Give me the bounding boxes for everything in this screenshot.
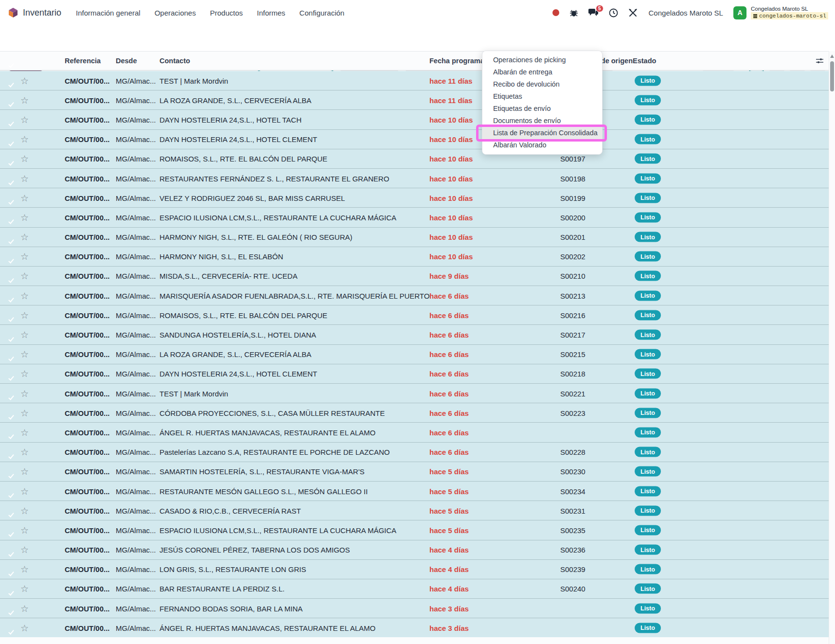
table-row[interactable]: ☆CM/OUT/00...MG/Almac...ROMAISOS, S.L., … <box>0 305 829 325</box>
table-row[interactable]: ☆CM/OUT/00...MG/Almac...FERNANDO BODAS S… <box>0 599 829 618</box>
nav-item-operaciones[interactable]: Operaciones <box>155 9 196 17</box>
favorite-star-icon[interactable]: ☆ <box>20 270 29 282</box>
favorite-star-icon[interactable]: ☆ <box>20 134 29 145</box>
header-scheduled-date[interactable]: Fecha programa... <box>429 57 490 65</box>
header-from[interactable]: Desde <box>116 57 137 65</box>
nav-item-informacion-general[interactable]: Información general <box>76 9 141 17</box>
favorite-star-icon[interactable]: ☆ <box>20 212 29 223</box>
favorite-star-icon[interactable]: ☆ <box>20 544 29 555</box>
favorite-star-icon[interactable]: ☆ <box>20 447 29 458</box>
scheduled-date-cell: hace 10 días <box>429 233 473 241</box>
header-contact[interactable]: Contacto <box>160 57 190 65</box>
table-row[interactable]: ☆CM/OUT/00...MG/Almac...DAYN HOSTELERIA … <box>0 130 829 149</box>
table-row[interactable]: ☆CM/OUT/00...MG/Almac...ESPACIO ILUSIONA… <box>0 520 829 540</box>
favorite-star-icon[interactable]: ☆ <box>20 192 29 203</box>
company-switcher[interactable]: Congelados Maroto SL <box>649 9 723 17</box>
source-document-cell: S00198 <box>560 174 586 182</box>
nav-item-configuracion[interactable]: Configuración <box>300 9 345 17</box>
table-row[interactable]: ☆CM/OUT/00...MG/Almac...LA ROZA GRANDE, … <box>0 90 829 110</box>
table-row[interactable]: ☆CM/OUT/00...MG/Almac...DAYN HOSTELERIA … <box>0 110 829 129</box>
favorite-star-icon[interactable]: ☆ <box>20 114 29 125</box>
favorite-star-icon[interactable]: ☆ <box>20 485 29 497</box>
table-row[interactable]: ☆CM/OUT/00...MG/Almac...ESPACIO ILUSIONA… <box>0 208 829 227</box>
favorite-star-icon[interactable]: ☆ <box>20 309 29 321</box>
favorite-star-icon[interactable]: ☆ <box>20 388 29 399</box>
favorite-star-icon[interactable]: ☆ <box>20 466 29 477</box>
table-row[interactable]: ☆CM/OUT/00...MG/Almac...ÁNGEL R. HUERTAS… <box>0 618 829 638</box>
print-menu-item-lista-de-preparacion-consolidada[interactable]: Lista de Preparación Consolidada <box>482 127 602 139</box>
print-menu-item-albaran-de-entrega[interactable]: Albarán de entrega <box>482 66 602 78</box>
print-menu-item-albaran-valorado[interactable]: Albarán Valorado <box>482 139 602 151</box>
print-menu-item-etiquetas[interactable]: Etiquetas <box>482 90 602 103</box>
favorite-star-icon[interactable]: ☆ <box>20 505 29 516</box>
table-row[interactable]: ☆CM/OUT/00...MG/Almac...Pastelerías Lazc… <box>0 443 829 462</box>
favorite-star-icon[interactable]: ☆ <box>20 349 29 360</box>
table-row[interactable]: ☆CM/OUT/00...MG/Almac...TEST | Mark Mord… <box>0 384 829 403</box>
debug-tools-icon[interactable] <box>628 8 638 18</box>
scrollbar-thumb[interactable] <box>830 61 834 91</box>
table-row[interactable]: ☆CM/OUT/00...MG/Almac...ÁNGEL R. HUERTAS… <box>0 423 829 442</box>
favorite-star-icon[interactable]: ☆ <box>20 75 29 86</box>
optional-columns-icon[interactable] <box>816 57 824 65</box>
header-reference[interactable]: Referencia <box>65 57 101 65</box>
table-row[interactable]: ☆CM/OUT/00...MG/Almac...CASADO & RIO,C.B… <box>0 501 829 520</box>
table-row[interactable]: ☆CM/OUT/00...MG/Almac...MARISQUERÍA ASAD… <box>0 286 829 305</box>
table-row[interactable]: ☆CM/OUT/00...MG/Almac...CÓRDOBA PROYECCI… <box>0 403 829 423</box>
print-menu-item-etiquetas-de-envio[interactable]: Etiquetas de envío <box>482 103 602 115</box>
print-menu-item-recibo-de-devolucion[interactable]: Recibo de devolución <box>482 78 602 90</box>
table-row[interactable]: ☆CM/OUT/00...MG/Almac...RESTAURANTE MESÓ… <box>0 482 829 501</box>
favorite-star-icon[interactable]: ☆ <box>20 564 29 575</box>
favorite-star-icon[interactable]: ☆ <box>20 94 29 106</box>
from-cell: MG/Almac... <box>116 585 156 593</box>
table-row[interactable]: ☆CM/OUT/00...MG/Almac...HARMONY NIGH, S.… <box>0 228 829 247</box>
favorite-star-icon[interactable]: ☆ <box>20 153 29 164</box>
favorite-star-icon[interactable]: ☆ <box>20 329 29 340</box>
favorite-star-icon[interactable]: ☆ <box>20 583 29 594</box>
favorite-star-icon[interactable]: ☆ <box>20 407 29 418</box>
favorite-star-icon[interactable]: ☆ <box>20 368 29 379</box>
table-row[interactable]: ☆CM/OUT/00...MG/Almac...TEST | Mark Mord… <box>0 71 829 90</box>
bug-icon[interactable] <box>569 8 578 17</box>
scroll-up-arrow-icon[interactable] <box>830 54 834 58</box>
table-row[interactable]: ☆CM/OUT/00...MG/Almac...ROMAISOS, S.L., … <box>0 149 829 169</box>
table-row[interactable]: ☆CM/OUT/00...MG/Almac...LA ROZA GRANDE, … <box>0 345 829 364</box>
db-company-label: Congelados Maroto SL <box>751 6 828 12</box>
user-avatar[interactable]: A <box>733 6 746 19</box>
table-row[interactable]: ☆CM/OUT/00...MG/Almac...LON GRIS, S.L., … <box>0 560 829 579</box>
record-indicator-icon[interactable] <box>552 9 559 16</box>
scheduled-date-cell: hace 10 días <box>429 135 473 143</box>
table-row[interactable]: ☆CM/OUT/00...MG/Almac...DAYN HOSTELERIA … <box>0 364 829 384</box>
favorite-star-icon[interactable]: ☆ <box>20 251 29 262</box>
table-row[interactable]: ☆CM/OUT/00...MG/Almac...JESÚS CORONEL PÉ… <box>0 540 829 560</box>
table-row[interactable]: ☆CM/OUT/00...MG/Almac...BAR RESTAURANTE … <box>0 579 829 599</box>
vertical-scrollbar[interactable] <box>829 51 835 644</box>
table-row[interactable]: ☆CM/OUT/00...MG/Almac...RESTAURANTES FER… <box>0 169 829 188</box>
table-row[interactable]: ☆CM/OUT/00...MG/Almac...VELEZ Y RODRIGUE… <box>0 188 829 208</box>
nav-item-productos[interactable]: Productos <box>210 9 243 17</box>
table-row[interactable]: ☆CM/OUT/00...MG/Almac...SANDUNGA HOSTELE… <box>0 325 829 344</box>
table-row[interactable]: ☆CM/OUT/00...MG/Almac...SAMARTIN HOSTELE… <box>0 462 829 482</box>
favorite-star-icon[interactable]: ☆ <box>20 427 29 438</box>
app-name[interactable]: Inventario <box>23 8 61 18</box>
from-cell: MG/Almac... <box>116 331 156 339</box>
activities-clock-icon[interactable] <box>609 8 618 18</box>
favorite-star-icon[interactable]: ☆ <box>20 524 29 536</box>
favorite-star-icon[interactable]: ☆ <box>20 232 29 243</box>
print-menu-item-operaciones-de-picking[interactable]: Operaciones de picking <box>482 54 602 66</box>
table-row[interactable]: ☆CM/OUT/00...MG/Almac...HARMONY NIGH, S.… <box>0 247 829 267</box>
table-row[interactable]: ☆CM/OUT/00...MG/Almac...MISDA,S.L., CERV… <box>0 267 829 286</box>
nav-item-informes[interactable]: Informes <box>257 9 285 17</box>
header-state[interactable]: Estado <box>633 57 656 65</box>
app-brand[interactable]: Inventario <box>8 7 61 18</box>
favorite-star-icon[interactable]: ☆ <box>20 290 29 301</box>
from-cell: MG/Almac... <box>116 76 156 85</box>
print-menu-item-documentos-de-envio[interactable]: Documentos de envío <box>482 115 602 127</box>
favorite-star-icon[interactable]: ☆ <box>20 622 29 633</box>
favorite-star-icon[interactable]: ☆ <box>20 173 29 184</box>
contact-cell: JESÚS CORONEL PÉREZ, TABERNA LOS DOS AMI… <box>160 546 350 554</box>
reference-cell: CM/OUT/00... <box>65 155 110 163</box>
messages-icon[interactable]: 5 <box>588 8 599 17</box>
status-badge: Listo <box>635 251 661 262</box>
favorite-star-icon[interactable]: ☆ <box>20 603 29 614</box>
from-cell: MG/Almac... <box>116 252 156 261</box>
